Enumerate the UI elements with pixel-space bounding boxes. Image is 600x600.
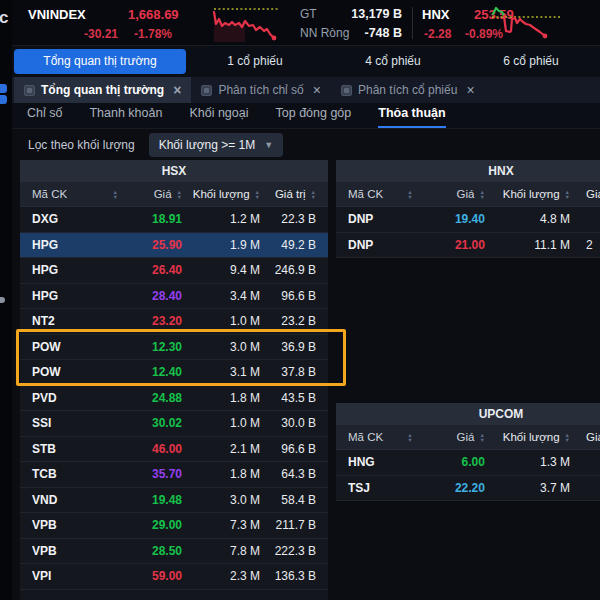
hnx-label: HNX (422, 7, 449, 22)
column-header[interactable]: Giá▲▼ (413, 431, 485, 443)
column-label: Mã CK (32, 188, 67, 200)
workspace-tab-1[interactable]: Tổng quan thị trường× (14, 77, 191, 103)
value-cell: 37.8 B (260, 365, 316, 379)
vnindex-sparkline (212, 4, 286, 42)
volume-cell: 1.9 M (182, 238, 260, 252)
layout-tab-2[interactable]: 1 cổ phiếu (186, 49, 324, 74)
column-header[interactable]: Khối lượng▲▼ (485, 431, 570, 443)
column-label: Giá trị (586, 431, 600, 443)
price-cell: 12.40 (118, 365, 182, 379)
sub-tab-3[interactable]: Khối ngoại (189, 101, 248, 128)
column-header[interactable]: Mã CK▲▼ (348, 188, 413, 200)
column-header[interactable]: Giá▲▼ (413, 188, 485, 200)
value-cell: 222.3 B (260, 544, 316, 558)
symbol-cell: PVD (32, 391, 118, 405)
value-cell: 96.6 B (260, 442, 316, 456)
hnx-change: -2.28 (424, 27, 451, 41)
index-quote-bar: VNINDEX 1,668.69 -30.21 -1.78% GT 13,179… (12, 0, 600, 46)
table-row-vpb[interactable]: VPB28.507.8 M222.3 B (20, 539, 328, 565)
column-header[interactable]: Mã CK▲▼ (32, 188, 118, 200)
upcom-table-panel: UPCOM Mã CK▲▼Giá▲▼Khối lượng▲▼Giá trị▲▼ … (336, 403, 600, 501)
volume-cell: 1.0 M (182, 314, 260, 328)
divider (412, 7, 413, 39)
layout-tab-3[interactable]: 4 cổ phiếu (324, 49, 462, 74)
table-row-pow[interactable]: POW12.303.0 M36.9 B (20, 335, 328, 361)
symbol-cell: HPG (32, 238, 118, 252)
table-row-hpg[interactable]: HPG25.901.9 M49.2 B (20, 233, 328, 259)
symbol-cell: VPB (32, 518, 118, 532)
layout-tab-4[interactable]: 6 cổ phiếu (462, 49, 600, 74)
value-cell: 36.9 B (260, 340, 316, 354)
close-icon[interactable]: × (313, 83, 321, 97)
sub-tab-4[interactable]: Top đóng góp (276, 101, 352, 128)
table-row-vpb[interactable]: VPB29.007.3 M211.7 B (20, 513, 328, 539)
table-row-hpg[interactable]: HPG26.409.4 M246.9 B (20, 258, 328, 284)
workspace-tab-2[interactable]: Phân tích chỉ số× (191, 77, 331, 103)
sub-tab-2[interactable]: Thanh khoản (89, 101, 162, 128)
volume-cell: 1.8 M (182, 467, 260, 481)
table-row-ssi[interactable]: SSI30.021.0 M30.0 B (20, 411, 328, 437)
sort-up-arrow: ▲ (311, 190, 316, 194)
column-header[interactable]: Mã CK▲▼ (348, 431, 413, 443)
table-row-hpg[interactable]: HPG28.403.4 M96.6 B (20, 284, 328, 310)
column-label: Giá trị (275, 188, 306, 200)
table-row-tcb[interactable]: TCB35.701.8 M64.3 B (20, 462, 328, 488)
price-cell: 12.30 (118, 340, 182, 354)
volume-cell: 3.0 M (182, 493, 260, 507)
sort-icon[interactable]: ▲▼ (311, 190, 316, 199)
column-header[interactable]: Khối lượng▲▼ (485, 188, 570, 200)
sub-tabs-bar: Chỉ sốThanh khoảnKhối ngoạiTop đóng gópT… (12, 103, 600, 129)
column-header[interactable]: Giá trị▲▼ (570, 188, 600, 200)
layout-tabs-bar: Tổng quan thị trường1 cổ phiếu4 cổ phiếu… (12, 47, 600, 76)
column-label: Khối lượng (193, 188, 250, 200)
value-cell: 246.9 B (260, 263, 316, 277)
symbol-cell: DNP (348, 238, 413, 252)
table-row-pvd[interactable]: PVD24.881.8 M43.5 B (20, 386, 328, 412)
hsx-table-title: HSX (20, 160, 328, 182)
volume-filter-dropdown[interactable]: Khối lượng >= 1M ▼ (149, 133, 284, 157)
table-row-pow[interactable]: POW12.403.1 M37.8 B (20, 360, 328, 386)
tab-grid-icon (201, 85, 212, 96)
value-cell: 23.2 B (260, 314, 316, 328)
sub-tab-1[interactable]: Chỉ số (27, 101, 62, 128)
table-row-vpi[interactable]: VPI59.002.3 M136.3 B (20, 564, 328, 590)
column-label: Mã CK (348, 188, 383, 200)
table-row-dnp[interactable]: DNP21.0011.1 M2 (336, 233, 600, 259)
gt-value: 13,179 B (312, 7, 402, 21)
sub-tab-5[interactable]: Thỏa thuận (378, 101, 445, 128)
table-row-stb[interactable]: STB46.002.1 M96.6 B (20, 437, 328, 463)
workspace-tab-3[interactable]: Phân tích cổ phiếu× (331, 77, 485, 103)
column-header[interactable]: Giá trị▲▼ (260, 188, 316, 200)
price-cell: 24.88 (118, 391, 182, 405)
table-row-tsj[interactable]: TSJ22.203.7 M (336, 476, 600, 502)
table-row-dnp[interactable]: DNP19.404.8 M (336, 207, 600, 233)
vnindex-change: -30.21 (84, 27, 118, 41)
close-icon[interactable]: × (173, 83, 181, 97)
value-cell: 49.2 B (260, 238, 316, 252)
symbol-cell: POW (32, 340, 118, 354)
column-label: Giá trị (586, 188, 600, 200)
symbol-cell: HNG (348, 455, 413, 469)
table-row-vnd[interactable]: VND19.483.0 M58.4 B (20, 488, 328, 514)
layout-tab-1[interactable]: Tổng quan thị trường (14, 49, 186, 74)
price-cell: 46.00 (118, 442, 182, 456)
upcom-table-title: UPCOM (336, 403, 600, 425)
price-cell: 26.40 (118, 263, 182, 277)
column-header[interactable]: Khối lượng▲▼ (182, 188, 260, 200)
hnx-table-panel: HNX Mã CK▲▼Giá▲▼Khối lượng▲▼Giá trị▲▼ DN… (336, 160, 600, 258)
volume-cell: 11.1 M (485, 238, 570, 252)
table-row-hng[interactable]: HNG6.001.3 M (336, 450, 600, 476)
column-header[interactable]: Giá▲▼ (118, 188, 182, 200)
volume-cell: 3.4 M (182, 289, 260, 303)
upcom-table-body: HNG6.001.3 MTSJ22.203.7 M (336, 450, 600, 501)
hnx-table-body: DNP19.404.8 MDNP21.0011.1 M2 (336, 207, 600, 258)
value-cell: 30.0 B (260, 416, 316, 430)
close-icon[interactable]: × (466, 83, 474, 97)
table-row-nt2[interactable]: NT223.201.0 M23.2 B (20, 309, 328, 335)
chevron-down-icon: ▼ (264, 140, 273, 150)
table-row-dxg[interactable]: DXG18.911.2 M22.3 B (20, 207, 328, 233)
filter-label: Lọc theo khối lượng (28, 138, 135, 152)
volume-cell: 9.4 M (182, 263, 260, 277)
column-header[interactable]: Giá trị▲▼ (570, 431, 600, 443)
price-cell: 23.20 (118, 314, 182, 328)
